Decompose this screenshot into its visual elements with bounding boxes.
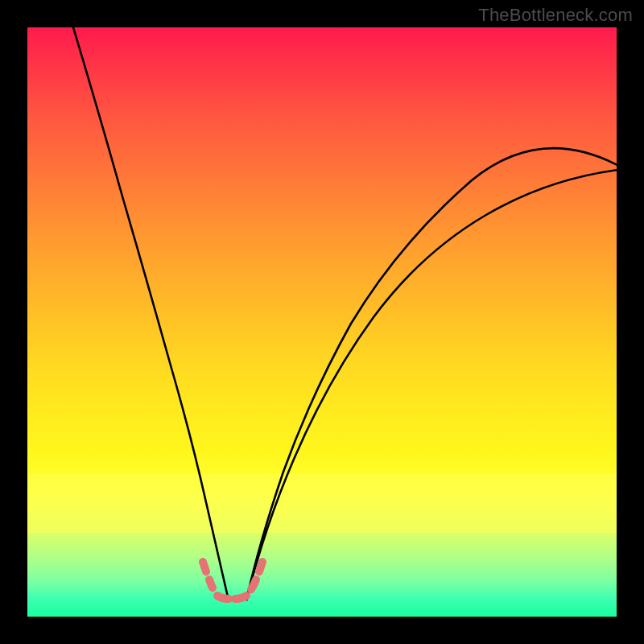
curve-right-branch-2 [246, 169, 617, 601]
curve-right-branch [246, 148, 617, 601]
curve-layer [27, 27, 617, 617]
chart-frame: TheBottleneck.com [0, 0, 644, 644]
plot-area [27, 27, 617, 617]
watermark-text: TheBottleneck.com [478, 5, 633, 26]
curve-left-branch [71, 27, 229, 601]
